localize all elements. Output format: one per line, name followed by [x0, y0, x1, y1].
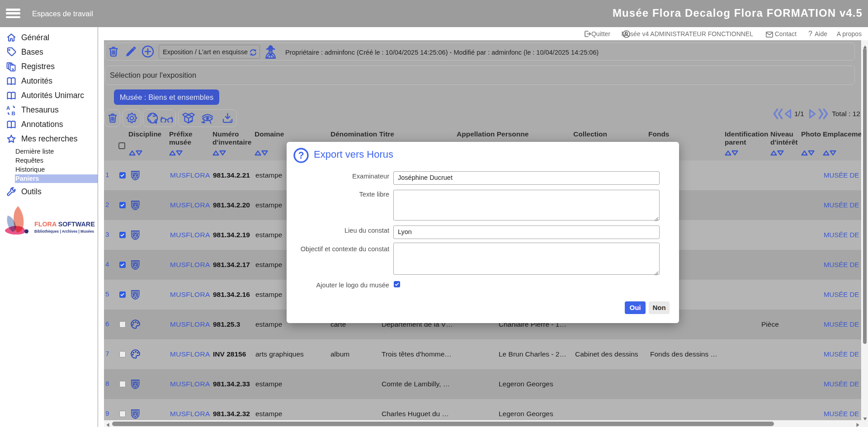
svg-text:?: ?: [298, 150, 304, 161]
svg-text:B: B: [12, 110, 15, 116]
svg-text:A: A: [6, 105, 10, 111]
